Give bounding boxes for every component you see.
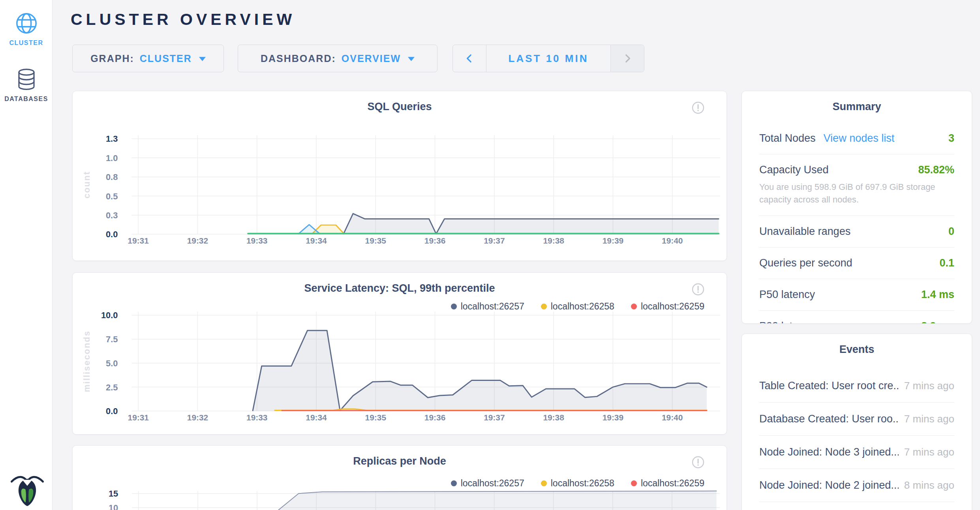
unavailable-ranges-value: 0 bbox=[948, 225, 954, 238]
svg-text:19:32: 19:32 bbox=[187, 236, 208, 245]
cockroachdb-logo-icon bbox=[9, 471, 45, 507]
view-nodes-list-link[interactable]: View nodes list bbox=[824, 132, 895, 144]
svg-text:19:35: 19:35 bbox=[365, 413, 387, 422]
event-time: 8 mins ago bbox=[904, 479, 954, 491]
summary-row-unavailable-ranges: Unavailable ranges 0 bbox=[759, 216, 954, 248]
capacity-used-label: Capacity Used bbox=[759, 164, 829, 176]
qps-label: Queries per second bbox=[759, 257, 852, 269]
svg-text:19:33: 19:33 bbox=[246, 236, 267, 245]
svg-text:0.5: 0.5 bbox=[106, 191, 118, 201]
event-text: Database Created: User roo... bbox=[759, 413, 899, 425]
service-latency-chart-canvas: 19:3119:3219:3319:3419:3519:3619:3719:38… bbox=[73, 273, 727, 434]
database-icon bbox=[15, 68, 38, 92]
svg-text:19:36: 19:36 bbox=[424, 413, 445, 422]
summary-body: Total Nodes View nodes list 3 Capacity U… bbox=[759, 123, 954, 324]
svg-text:15: 15 bbox=[109, 489, 118, 499]
svg-text:0.3: 0.3 bbox=[106, 210, 118, 220]
time-range-selector: LAST 10 MIN bbox=[452, 45, 644, 72]
dashboard-dropdown-value: OVERVIEW bbox=[342, 53, 401, 64]
event-row: Node Joined: Node 2 joined... 8 mins ago bbox=[759, 469, 954, 502]
svg-text:19:39: 19:39 bbox=[603, 413, 623, 422]
event-row: Database Created: User roo... 7 mins ago bbox=[759, 403, 954, 436]
capacity-used-value: 85.82% bbox=[918, 164, 954, 176]
graph-dropdown-label: GRAPH: bbox=[90, 53, 134, 64]
svg-text:milliseconds: milliseconds bbox=[82, 330, 92, 392]
summary-panel: Summary Total Nodes View nodes list 3 Ca… bbox=[742, 91, 972, 324]
svg-text:19:34: 19:34 bbox=[306, 413, 327, 422]
svg-text:19:38: 19:38 bbox=[543, 413, 564, 422]
svg-text:5.0: 5.0 bbox=[106, 358, 118, 368]
sidebar-item-cluster[interactable]: CLUSTER bbox=[0, 11, 53, 47]
svg-text:0.0: 0.0 bbox=[106, 229, 118, 239]
event-row: Node Joined: Node 3 joined... 7 mins ago bbox=[759, 436, 954, 469]
events-panel: Events Table Created: User root cre... 7… bbox=[742, 334, 972, 510]
event-time: 7 mins ago bbox=[904, 413, 954, 425]
svg-text:19:37: 19:37 bbox=[484, 413, 505, 422]
summary-row-p50: P50 latency 1.4 ms bbox=[759, 279, 954, 311]
event-text: Node Joined: Node 2 joined... bbox=[759, 479, 899, 491]
svg-text:count: count bbox=[82, 171, 92, 199]
summary-row-total-nodes: Total Nodes View nodes list 3 bbox=[759, 123, 954, 154]
sidebar-item-label: CLUSTER bbox=[9, 39, 43, 46]
p50-latency-value: 1.4 ms bbox=[921, 289, 954, 301]
event-time: 7 mins ago bbox=[904, 446, 954, 458]
p99-latency-label: P99 latency bbox=[759, 320, 815, 324]
p99-latency-value: 8.9 ms bbox=[921, 320, 954, 324]
dashboard-dropdown-label: DASHBOARD: bbox=[261, 53, 336, 64]
replicas-per-node-chart-card: Replicas per Node localhost:26257localho… bbox=[72, 445, 727, 510]
dashboard-dropdown[interactable]: DASHBOARD: OVERVIEW bbox=[238, 45, 437, 72]
sidebar-item-label: DATABASES bbox=[4, 96, 48, 102]
svg-text:19:37: 19:37 bbox=[484, 236, 505, 245]
svg-text:19:36: 19:36 bbox=[424, 236, 445, 245]
capacity-note: You are using 598.9 GiB of 697.9 GiB sto… bbox=[759, 181, 954, 206]
service-latency-chart-card: Service Latency: SQL, 99th percentile lo… bbox=[72, 272, 727, 435]
events-list: Table Created: User root cre... 7 mins a… bbox=[759, 369, 954, 510]
graph-dropdown-value: CLUSTER bbox=[140, 53, 192, 64]
sidebar-item-databases[interactable]: DATABASES bbox=[0, 68, 53, 103]
total-nodes-label: Total Nodes bbox=[759, 132, 816, 144]
svg-text:19:33: 19:33 bbox=[246, 413, 267, 422]
svg-text:7.5: 7.5 bbox=[106, 334, 118, 344]
total-nodes-value: 3 bbox=[948, 132, 954, 144]
globe-icon bbox=[14, 11, 39, 36]
svg-text:10: 10 bbox=[109, 503, 118, 510]
time-range-prev-button[interactable] bbox=[453, 45, 486, 72]
events-title: Events bbox=[742, 343, 972, 356]
svg-text:2.5: 2.5 bbox=[106, 382, 118, 392]
event-text: Node Joined: Node 3 joined... bbox=[759, 446, 899, 458]
unavailable-ranges-label: Unavailable ranges bbox=[759, 225, 850, 238]
graph-dropdown[interactable]: GRAPH: CLUSTER bbox=[72, 45, 224, 72]
svg-text:0.8: 0.8 bbox=[106, 172, 118, 182]
chevron-down-icon bbox=[408, 57, 415, 61]
time-range-label[interactable]: LAST 10 MIN bbox=[486, 45, 610, 72]
event-text: Table Created: User root cre... bbox=[759, 380, 899, 392]
svg-text:19:35: 19:35 bbox=[365, 236, 387, 245]
sql-queries-chart-card: SQL Queries 19:3119:3219:3319:3419:3519:… bbox=[72, 91, 727, 261]
event-row: Node Joined: Node 1 joined... 8 mins ago bbox=[759, 502, 954, 510]
time-range-next-button[interactable] bbox=[610, 45, 644, 72]
chevron-down-icon bbox=[199, 57, 206, 61]
replicas-per-node-chart-canvas: 19:3119:3219:3319:3419:3519:3619:3719:38… bbox=[73, 446, 727, 510]
chevron-right-icon bbox=[622, 53, 633, 64]
svg-text:19:40: 19:40 bbox=[662, 413, 683, 422]
summary-row-qps: Queries per second 0.1 bbox=[759, 248, 954, 279]
svg-text:19:32: 19:32 bbox=[187, 413, 208, 422]
sql-queries-chart-canvas: 19:3119:3219:3319:3419:3519:3619:3719:38… bbox=[73, 91, 727, 261]
cluster-overview-page: CLUSTER DATABASES CL bbox=[0, 0, 980, 510]
svg-text:19:31: 19:31 bbox=[128, 413, 149, 422]
summary-row-p99: P99 latency 8.9 ms bbox=[759, 311, 954, 324]
event-row: Table Created: User root cre... 7 mins a… bbox=[759, 369, 954, 403]
svg-text:1.3: 1.3 bbox=[106, 134, 118, 144]
svg-text:19:38: 19:38 bbox=[543, 236, 564, 245]
svg-text:19:31: 19:31 bbox=[128, 236, 149, 245]
summary-title: Summary bbox=[742, 101, 972, 113]
event-time: 7 mins ago bbox=[904, 380, 954, 392]
page-title: CLUSTER OVERVIEW bbox=[71, 10, 295, 29]
svg-text:19:34: 19:34 bbox=[306, 236, 327, 245]
svg-text:19:40: 19:40 bbox=[662, 236, 683, 245]
qps-value: 0.1 bbox=[939, 257, 954, 269]
summary-row-capacity: Capacity Used 85.82% You are using 598.9… bbox=[759, 154, 954, 216]
chevron-left-icon bbox=[464, 53, 475, 64]
svg-text:1.0: 1.0 bbox=[106, 153, 118, 163]
svg-text:0.0: 0.0 bbox=[106, 406, 118, 416]
